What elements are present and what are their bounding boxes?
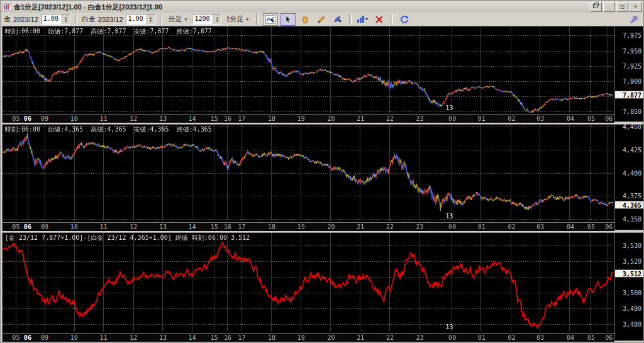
chart-type-dropdown-button[interactable] — [356, 14, 370, 25]
time-tick-label: 06 — [605, 223, 613, 230]
time-tick-label: 22 — [386, 223, 394, 230]
date-marker: 13 — [445, 213, 453, 220]
date-marker: 13 — [445, 104, 453, 111]
time-tick-label: 19 — [297, 223, 305, 230]
time-tick-label: 05 — [587, 334, 595, 341]
delete-drawings-button[interactable] — [372, 14, 386, 25]
delete-red-x-icon — [375, 16, 383, 23]
time-tick-label: 16 — [224, 223, 231, 230]
time-tick-label: 17 — [238, 334, 245, 341]
title-bar[interactable]: 金1分足[2023/12]1.00 - 白金1分足[2023/12]1.00 _… — [1, 1, 643, 13]
time-tick-label: 21 — [357, 223, 364, 230]
refresh-button[interactable] — [397, 14, 411, 25]
minimize-button[interactable]: _ — [603, 2, 615, 12]
platinum-label: 白金 — [82, 14, 96, 24]
settings-button[interactable] — [626, 14, 640, 25]
price-axis-label: 7,925 — [623, 63, 641, 70]
time-tick-label: 05 — [587, 223, 595, 230]
gold-month-label: 2023/12 — [13, 16, 38, 23]
time-tick-label: 05 — [12, 334, 19, 341]
time-tick-label: 15 — [211, 334, 218, 341]
price-axis-label: 3,500 — [623, 290, 641, 296]
bar-count-value[interactable]: 1200 — [192, 14, 213, 24]
time-tick-label: 23 — [416, 334, 424, 341]
time-tick-label: 02 — [508, 223, 516, 230]
time-tick-label: 22 — [386, 115, 394, 122]
window-chart-icon — [3, 3, 11, 11]
hand-pan-tool-button[interactable] — [298, 14, 312, 25]
time-tick-label: 04 — [567, 115, 574, 122]
time-tick-label: 18 — [268, 223, 275, 230]
pointer-icon — [284, 15, 292, 23]
price-axis-label: 7,900 — [623, 78, 641, 85]
time-tick-label: 04 — [567, 334, 574, 341]
time-tick-label: 10 — [70, 334, 78, 341]
time-tick-label: 11 — [100, 223, 108, 230]
pen-cursor-icon — [333, 15, 342, 24]
time-tick-label: 22 — [386, 334, 394, 341]
wrench-settings-icon — [629, 15, 638, 24]
toolbar-separator — [391, 14, 393, 25]
period-dropdown[interactable]: 分足▼ — [167, 14, 190, 25]
time-tick-label: 10 — [70, 223, 78, 230]
time-tick-label: 00 — [448, 334, 456, 341]
chevron-down-icon: ▼ — [246, 18, 250, 21]
gold-candlestick-canvas[interactable] — [3, 26, 613, 113]
bar-count-spinner[interactable]: 1200 ▲▼ — [192, 14, 221, 25]
pencil-tool-button[interactable] — [314, 14, 328, 25]
maximize-button[interactable]: □ — [616, 2, 628, 12]
pencil-icon — [317, 15, 326, 24]
time-tick-label: 06 — [605, 334, 613, 341]
interval-dropdown[interactable]: 1分足▼ — [224, 14, 251, 25]
gold-label: 金 — [4, 14, 11, 24]
gold-chart-panel: 時刻:06:00 始値:7,877 高値:7,877 安値:7,877 終値:7… — [2, 26, 643, 122]
time-tick-label: 23 — [416, 115, 424, 122]
gold-chart-plot[interactable]: 時刻:06:00 始値:7,877 高値:7,877 安値:7,877 終値:7… — [3, 26, 614, 114]
spinner-arrows-icon[interactable]: ▲▼ — [213, 14, 221, 24]
pen-cursor-tool-button[interactable] — [331, 14, 345, 25]
spinner-arrows-icon[interactable]: ▲▼ — [62, 14, 70, 24]
gold-ohlc-header: 時刻:06:00 始値:7,877 高値:7,877 安値:7,877 終値:7… — [5, 27, 212, 36]
time-tick-label: 09 — [41, 223, 48, 230]
gold-multiplier-value[interactable]: 1.00 — [42, 14, 62, 24]
spread-price-axis: 3,5303,5203,5003,4903,4803,512 — [614, 233, 643, 340]
spread-time-axis: 0506091011121314151617181920212223000102… — [3, 333, 614, 342]
gold-price-axis: 7,9757,9507,9257,9007,8507,877 — [614, 26, 643, 121]
spread-line-canvas[interactable] — [3, 233, 613, 332]
time-tick-label: 16 — [224, 115, 231, 122]
last-price-tag: 7,877 — [615, 91, 643, 99]
time-tick-label: 19 — [297, 115, 305, 122]
platinum-multiplier-spinner[interactable]: 1.00 ▲▼ — [126, 14, 155, 25]
time-tick-label: 06 — [24, 223, 31, 230]
time-tick-label: 05 — [12, 223, 19, 230]
chevron-down-icon: ▼ — [184, 18, 188, 21]
time-tick-label: 06 — [24, 334, 31, 341]
hand-pan-icon — [301, 15, 309, 24]
time-tick-label: 17 — [238, 223, 245, 230]
time-tick-label: 13 — [159, 334, 167, 341]
time-tick-label: 12 — [130, 223, 137, 230]
time-tick-label: 09 — [41, 115, 48, 122]
time-tick-label: 11 — [100, 334, 108, 341]
time-tick-label: 03 — [536, 334, 544, 341]
platinum-multiplier-value[interactable]: 1.00 — [126, 14, 147, 24]
chart-area: 時刻:06:00 始値:7,877 高値:7,877 安値:7,877 終値:7… — [2, 26, 643, 341]
spread-chart-plot[interactable]: [金 23/12 7,877×1.00]-[白金 23/12 4,365×1.0… — [3, 233, 614, 333]
spinner-arrows-icon[interactable]: ▲▼ — [147, 14, 155, 24]
price-axis-label: 3,530 — [623, 242, 641, 249]
chart-cursor-tool-button[interactable] — [263, 13, 278, 26]
time-tick-label: 18 — [268, 334, 275, 341]
time-tick-label: 03 — [536, 115, 544, 122]
time-tick-label: 14 — [189, 115, 196, 122]
time-tick-label: 06 — [605, 115, 613, 122]
toolbar-separator — [349, 14, 352, 25]
platinum-candlestick-canvas[interactable] — [3, 125, 613, 221]
pointer-tool-button[interactable] — [280, 13, 296, 26]
gold-multiplier-spinner[interactable]: 1.00 ▲▼ — [41, 14, 70, 25]
time-tick-label: 03 — [536, 223, 544, 230]
close-button[interactable]: × — [630, 2, 641, 12]
float-window-button[interactable] — [590, 2, 602, 12]
time-tick-label: 00 — [448, 223, 456, 230]
time-tick-label: 20 — [327, 223, 335, 230]
platinum-chart-plot[interactable]: 時刻:06:00 始値:4,365 高値:4,365 安値:4,365 終値:4… — [3, 125, 614, 222]
